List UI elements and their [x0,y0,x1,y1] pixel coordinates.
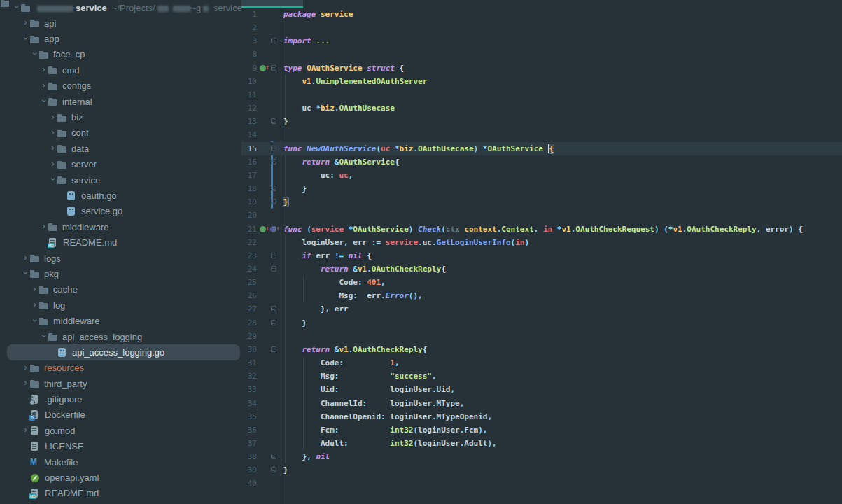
code-line-28[interactable]: 28 } [241,316,842,330]
editor-tab-active[interactable] [241,0,303,8]
tree-item-biz[interactable]: ›biz [7,109,240,125]
code-line-2[interactable]: 2 [241,21,842,34]
code-line-22[interactable]: 22 loginUser, err := service.uc.GetLogin… [241,236,842,249]
chevron-down-icon[interactable]: › [41,332,48,341]
code-line-29[interactable]: 29 [241,330,842,343]
tree-item-openapi-yaml[interactable]: openapi.yaml [7,470,240,485]
tree-item-cache[interactable]: ›cache [7,282,240,298]
tree-item-logs[interactable]: ›logs [7,251,240,266]
tree-item-log[interactable]: ›log [7,298,240,313]
code-line-17[interactable]: 17 uc: uc, [241,169,842,182]
fold-marker[interactable] [271,226,276,232]
chevron-right-icon[interactable]: › [21,426,30,433]
chevron-right-icon[interactable]: › [21,19,30,26]
tree-item-dockerfile[interactable]: Dockerfile [7,407,240,423]
code-line-31[interactable]: 31 Code: 1, [241,356,842,370]
chevron-down-icon[interactable]: › [13,3,20,12]
tree-item-internal[interactable]: ›internal [7,94,240,109]
chevron-right-icon[interactable]: › [39,66,48,73]
tree-item-resources[interactable]: ›resources [7,360,240,376]
code-line-13[interactable]: 13} [241,115,842,128]
fold-end-marker[interactable] [271,186,276,191]
tree-item-api-access-logging[interactable]: ›api_access_logging [7,329,240,344]
code-line-37[interactable]: 37 Adult: int32(loginUser.Adult), [241,437,842,450]
chevron-right-icon[interactable]: › [48,160,57,167]
code-line-33[interactable]: 33 Uid: loginUser.Uid, [241,383,842,396]
code-line-19[interactable]: 19} [241,195,842,209]
code-line-40[interactable]: 40 [241,477,842,490]
code-line-27[interactable]: 27 }, err [241,302,842,316]
tree-item-third-party[interactable]: ›third_party [7,376,240,391]
fold-marker[interactable] [271,159,276,164]
chevron-right-icon[interactable]: › [48,144,57,151]
implements-icon[interactable] [260,65,266,71]
code-line-11[interactable]: 11 [241,88,842,102]
tree-item-face-cp[interactable]: ›face_cp [7,47,240,62]
code-line-15[interactable]: 15func NewOAuthService(uc *biz.OAuthUsec… [241,142,842,155]
tree-item-go-mod[interactable]: ›go.mod [7,423,240,438]
fold-end-marker[interactable] [271,454,276,459]
code-line-12[interactable]: 12 uc *biz.OAuthUsecase [241,102,842,115]
chevron-right-icon[interactable]: › [21,254,30,261]
tree-item-service-go[interactable]: service.go [7,204,240,219]
code-line-1[interactable]: 1package service [241,8,842,21]
code-line-25[interactable]: 25 Code: 401, [241,276,842,289]
fold-end-marker[interactable] [271,199,276,204]
chevron-right-icon[interactable]: › [39,223,48,230]
implements-icon[interactable] [260,226,266,232]
code-line-32[interactable]: 32 Msg: "success", [241,370,842,383]
chevron-right-icon[interactable]: › [48,113,57,120]
code-line-14[interactable]: 14 [241,128,842,141]
tree-item-readme-md[interactable]: README.md [7,486,240,501]
project-root-row[interactable]: › service ~/Projects/-g service [0,0,241,15]
chevron-down-icon[interactable]: › [22,269,29,278]
chevron-down-icon[interactable]: › [22,34,29,43]
code-line-9[interactable]: 9type OAuthService struct { [241,62,842,75]
tree-item-cmd[interactable]: ›cmd [7,62,240,78]
chevron-right-icon[interactable]: › [30,286,39,293]
chevron-down-icon[interactable]: › [31,316,38,325]
chevron-right-icon[interactable]: › [21,364,30,371]
fold-marker[interactable] [271,266,276,272]
tree-item-service[interactable]: ›service [7,172,240,188]
code-line-35[interactable]: 35 ChannelOpenid: loginUser.MTypeOpenid, [241,410,842,424]
fold-marker[interactable] [271,38,276,43]
fold-marker[interactable] [271,253,276,258]
chevron-right-icon[interactable]: › [30,301,39,308]
fold-end-marker[interactable] [271,320,276,326]
code-line-39[interactable]: 39} [241,463,842,477]
tree-item-server[interactable]: ›server [7,157,240,172]
code-line-24[interactable]: 24 return &v1.OAuthCheckReply{ [241,262,842,276]
fold-end-marker[interactable] [271,118,276,124]
code-line-36[interactable]: 36 Fcm: int32(loginUser.Fcm), [241,424,842,437]
chevron-down-icon[interactable]: › [41,97,48,106]
code-line-16[interactable]: 16 return &OAuthService{ [241,155,842,169]
tree-item--gitignore[interactable]: .gitignore [7,391,240,407]
tree-item-data[interactable]: ›data [7,141,240,156]
fold-end-marker[interactable] [271,467,276,472]
tree-item-api-access-logging-go[interactable]: api_access_logging.go [7,344,240,360]
chevron-down-icon[interactable]: › [31,49,38,58]
code-line-23[interactable]: 23 if err != nil { [241,249,842,262]
code-line-21[interactable]: 21func (service *OAuthService) Check(ctx… [241,223,842,236]
chevron-right-icon[interactable]: › [48,129,57,136]
code-line-38[interactable]: 38 }, nil [241,450,842,463]
tree-item-middleware[interactable]: ›middleware [7,313,240,328]
tree-item-conf[interactable]: ›conf [7,125,240,141]
code-line-18[interactable]: 18 } [241,182,842,195]
tree-item-app[interactable]: ›app [7,31,240,46]
fold-end-marker[interactable] [271,306,276,312]
chevron-down-icon[interactable]: › [50,175,57,184]
tree-item-middleware[interactable]: ›middleware [7,219,240,234]
fold-marker[interactable] [271,146,276,151]
code-line-26[interactable]: 26 Msg: err.Error(), [241,289,842,302]
code-line-34[interactable]: 34 ChannelId: loginUser.MType, [241,397,842,410]
code-line-3[interactable]: 3import ... [241,34,842,48]
code-line-10[interactable]: 10 v1.UnimplementedOAuthServer [241,75,842,88]
tree-item-license[interactable]: LICENSE [7,439,240,454]
tree-item-api[interactable]: ›api [7,15,240,31]
tree-item-pkg[interactable]: ›pkg [7,266,240,281]
code-line-20[interactable]: 20 [241,209,842,222]
tree-item-makefile[interactable]: Makefile [7,454,240,470]
tree-item-readme-md[interactable]: README.md [7,234,240,250]
